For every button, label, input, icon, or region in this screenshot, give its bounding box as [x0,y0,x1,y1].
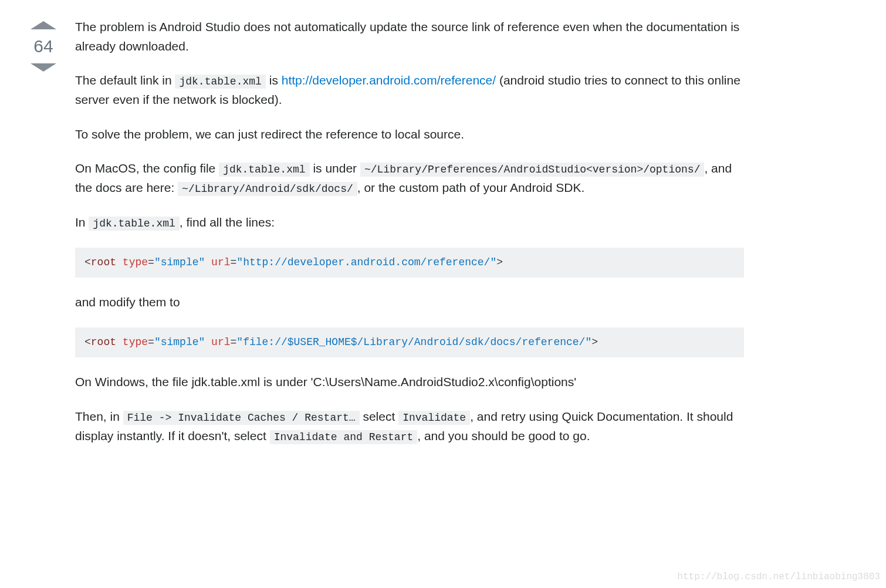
code-block-modified: <root type="simple" url="file://$USER_HO… [75,327,744,357]
text: In [75,215,89,229]
xml-attr: url [211,336,230,348]
paragraph-solution: To solve the problem, we can just redire… [75,125,744,144]
xml-value: "file://$USER_HOME$/Library/Android/sdk/… [236,336,591,348]
answer-body: The problem is Android Studio does not a… [75,18,744,461]
inline-code-jdk-table: jdk.table.xml [89,217,179,231]
paragraph-intro: The problem is Android Studio does not a… [75,18,744,56]
xml-attr: type [123,256,148,268]
paragraph-invalidate: Then, in File -> Invalidate Caches / Res… [75,407,744,446]
downvote-icon[interactable] [31,63,56,72]
text: select [360,410,399,423]
punct: > [591,336,598,348]
space [116,336,123,348]
xml-attr: type [123,336,148,348]
paragraph-modify: and modify them to [75,293,744,312]
inline-code-invalidate-restart: Invalidate and Restart [270,430,418,444]
xml-tag: root [91,336,116,348]
punct: < [84,336,91,348]
upvote-icon[interactable] [31,21,56,29]
punct: = [148,256,154,268]
space [205,256,211,268]
text: , find all the lines: [180,215,275,229]
inline-code-jdk-table: jdk.table.xml [219,163,309,177]
inline-code-invalidate: Invalidate [398,411,470,425]
vote-count: 64 [33,38,53,55]
paragraph-find-lines: In jdk.table.xml, find all the lines: [75,213,744,232]
punct: = [231,336,237,348]
inline-code-prefs-path: ~/Library/Preferences/AndroidStudio<vers… [360,163,705,177]
code-block-original: <root type="simple" url="http://develope… [75,248,744,278]
inline-code-jdk-table: jdk.table.xml [175,75,265,89]
text: is [266,73,282,87]
inline-code-docs-path: ~/Library/Android/sdk/docs/ [178,182,357,196]
text: On MacOS, the config file [75,161,219,175]
space [116,256,123,268]
text: is under [310,161,360,175]
paragraph-macos: On MacOS, the config file jdk.table.xml … [75,159,744,198]
xml-value: "simple" [154,336,205,348]
text: , and you should be good to go. [417,429,590,442]
text: The default link in [75,73,175,87]
xml-attr: url [211,256,230,268]
punct: = [231,256,237,268]
xml-value: "http://developer.android.com/reference/… [236,256,496,268]
vote-cell: 64 [23,18,63,461]
paragraph-default-link: The default link in jdk.table.xml is htt… [75,71,744,109]
punct: < [84,256,91,268]
punct: = [148,336,154,348]
punct: > [496,256,503,268]
text: , or the custom path of your Android SDK… [357,181,585,194]
inline-code-menu-path: File -> Invalidate Caches / Restart… [123,411,360,425]
space [205,336,211,348]
paragraph-windows: On Windows, the file jdk.table.xml is un… [75,373,744,392]
reference-link[interactable]: http://developer.android.com/reference/ [282,73,496,87]
xml-tag: root [91,256,116,268]
xml-value: "simple" [154,256,205,268]
text: Then, in [75,410,123,423]
